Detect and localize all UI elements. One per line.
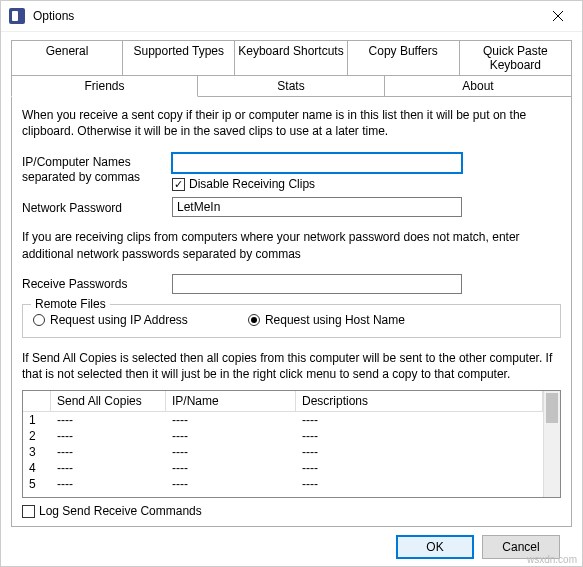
titlebar: Options xyxy=(1,1,582,32)
ipnames-label: IP/Computer Names separated by commas xyxy=(22,153,172,185)
request-ip-radio[interactable]: Request using IP Address xyxy=(33,313,188,327)
tab-strip: General Supported Types Keyboard Shortcu… xyxy=(11,40,572,97)
radio-icon xyxy=(248,314,260,326)
request-host-label: Request using Host Name xyxy=(265,313,405,327)
window-title: Options xyxy=(33,9,535,23)
receive-passwords-label: Receive Passwords xyxy=(22,275,172,292)
request-ip-label: Request using IP Address xyxy=(50,313,188,327)
cell-ip-name[interactable]: ---- xyxy=(166,460,296,476)
tab-friends[interactable]: Friends xyxy=(11,75,198,97)
tab-general[interactable]: General xyxy=(11,40,123,76)
options-window: Options General Supported Types Keyboard… xyxy=(0,0,583,567)
tab-about[interactable]: About xyxy=(385,75,572,97)
cell-description[interactable]: ---- xyxy=(296,428,543,444)
cell-description[interactable]: ---- xyxy=(296,412,543,428)
cell-send-all-copies[interactable]: ---- xyxy=(51,460,166,476)
close-button[interactable] xyxy=(535,1,580,31)
intro-text: When you receive a sent copy if their ip… xyxy=(22,107,561,139)
close-icon xyxy=(553,11,563,21)
cell-description[interactable]: ---- xyxy=(296,460,543,476)
cell-rownum: 3 xyxy=(23,444,51,460)
cell-ip-name[interactable]: ---- xyxy=(166,428,296,444)
grid-scrollbar[interactable] xyxy=(543,391,560,497)
cell-ip-name[interactable]: ---- xyxy=(166,476,296,492)
table-row[interactable]: 2------------ xyxy=(23,428,543,444)
receive-passwords-input[interactable] xyxy=(172,274,462,294)
scrollbar-thumb[interactable] xyxy=(546,393,558,423)
request-host-radio[interactable]: Request using Host Name xyxy=(248,313,405,327)
computers-grid[interactable]: Send All Copies IP/Name Descriptions 1--… xyxy=(22,390,561,498)
disable-receiving-checkbox[interactable] xyxy=(172,178,185,191)
remote-files-group: Remote Files Request using IP Address Re… xyxy=(22,304,561,338)
table-row[interactable]: 1------------ xyxy=(23,412,543,428)
cell-rownum: 4 xyxy=(23,460,51,476)
friends-panel: When you receive a sent copy if their ip… xyxy=(11,97,572,527)
cell-rownum: 1 xyxy=(23,412,51,428)
radio-icon xyxy=(33,314,45,326)
table-row[interactable]: 4------------ xyxy=(23,460,543,476)
tab-supported-types[interactable]: Supported Types xyxy=(123,40,235,76)
network-password-input[interactable] xyxy=(172,197,462,217)
tab-copy-buffers[interactable]: Copy Buffers xyxy=(348,40,460,76)
cell-ip-name[interactable]: ---- xyxy=(166,412,296,428)
ok-button[interactable]: OK xyxy=(396,535,474,559)
remote-files-legend: Remote Files xyxy=(31,297,110,311)
tab-stats[interactable]: Stats xyxy=(198,75,385,97)
cell-rownum: 5 xyxy=(23,476,51,492)
log-commands-label: Log Send Receive Commands xyxy=(39,504,202,518)
send-all-copies-note: If Send All Copies is selected then all … xyxy=(22,350,561,382)
network-password-label: Network Password xyxy=(22,199,172,216)
content-area: General Supported Types Keyboard Shortcu… xyxy=(1,32,582,567)
tab-keyboard-shortcuts[interactable]: Keyboard Shortcuts xyxy=(235,40,347,76)
cell-description[interactable]: ---- xyxy=(296,444,543,460)
cell-send-all-copies[interactable]: ---- xyxy=(51,444,166,460)
col-send-all-copies[interactable]: Send All Copies xyxy=(51,391,166,411)
cell-description[interactable]: ---- xyxy=(296,476,543,492)
watermark: wsxdn.com xyxy=(527,554,577,565)
cell-ip-name[interactable]: ---- xyxy=(166,444,296,460)
cell-send-all-copies[interactable]: ---- xyxy=(51,412,166,428)
ipnames-input[interactable] xyxy=(172,153,462,173)
col-ip-name[interactable]: IP/Name xyxy=(166,391,296,411)
table-row[interactable]: 3------------ xyxy=(23,444,543,460)
grid-header: Send All Copies IP/Name Descriptions xyxy=(23,391,543,412)
col-descriptions[interactable]: Descriptions xyxy=(296,391,543,411)
app-icon xyxy=(9,8,25,24)
cell-send-all-copies[interactable]: ---- xyxy=(51,476,166,492)
col-rownum[interactable] xyxy=(23,391,51,411)
cell-send-all-copies[interactable]: ---- xyxy=(51,428,166,444)
network-password-note: If you are receiving clips from computer… xyxy=(22,229,561,261)
disable-receiving-label: Disable Receiving Clips xyxy=(189,177,315,191)
dialog-buttons: OK Cancel xyxy=(11,527,572,567)
table-row[interactable]: 5------------ xyxy=(23,476,543,492)
grid-body: 1------------2------------3------------4… xyxy=(23,412,543,492)
cell-rownum: 2 xyxy=(23,428,51,444)
tab-quick-paste-keyboard[interactable]: Quick Paste Keyboard xyxy=(460,40,572,76)
log-commands-checkbox[interactable] xyxy=(22,505,35,518)
